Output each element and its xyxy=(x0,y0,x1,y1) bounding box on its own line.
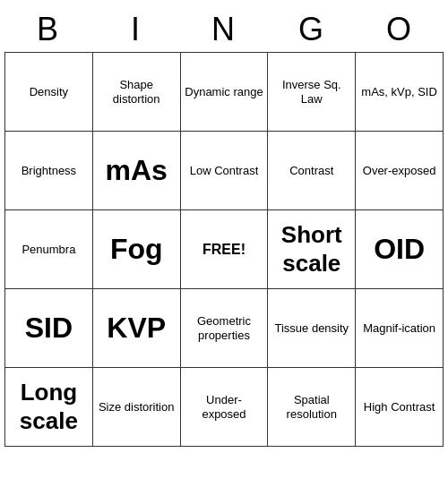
cell-r4-c0: Long scale xyxy=(5,368,93,447)
header-letter: I xyxy=(92,7,180,52)
cell-text: OID xyxy=(374,232,425,266)
cell-text: Size distorition xyxy=(99,400,175,414)
header-letter: O xyxy=(356,7,444,52)
cell-text: SID xyxy=(25,311,73,345)
cell-text: mAs xyxy=(106,153,168,187)
cell-r4-c1: Size distorition xyxy=(93,368,181,447)
cell-text: mAs, kVp, SID xyxy=(361,85,437,99)
cell-r3-c1: KVP xyxy=(93,289,181,368)
cell-text: High Contrast xyxy=(364,400,435,414)
cell-r4-c4: High Contrast xyxy=(356,368,444,447)
cell-text: Long scale xyxy=(9,379,89,434)
cell-text: Geometric properties xyxy=(185,314,264,342)
cell-r2-c1: Fog xyxy=(93,210,181,289)
cell-text: Short scale xyxy=(271,221,351,277)
cell-text: Magnif-ication xyxy=(363,321,435,336)
header-letter: B xyxy=(4,7,92,52)
cell-text: Density xyxy=(30,85,68,99)
bingo-header: BINGO xyxy=(4,7,444,52)
cell-r2-c3: Short scale xyxy=(268,210,356,289)
cell-text: Over-exposed xyxy=(363,164,436,178)
cell-text: Fog xyxy=(110,232,163,266)
cell-text: Low Contrast xyxy=(190,164,259,178)
cell-text: Spatial resolution xyxy=(271,393,351,421)
cell-text: Inverse Sq. Law xyxy=(271,78,351,106)
cell-r1-c1: mAs xyxy=(93,132,181,210)
cell-text: Contrast xyxy=(289,164,333,178)
cell-r4-c2: Under-exposed xyxy=(181,368,269,447)
cell-r0-c3: Inverse Sq. Law xyxy=(268,53,356,132)
cell-r1-c4: Over-exposed xyxy=(356,132,444,210)
cell-r3-c0: SID xyxy=(5,289,93,368)
cell-r2-c4: OID xyxy=(356,210,444,289)
cell-text: Brightness xyxy=(22,164,76,178)
header-letter: N xyxy=(180,7,268,52)
cell-r1-c0: Brightness xyxy=(5,132,93,210)
bingo-card: BINGO DensityShape distortionDynamic ran… xyxy=(4,7,444,447)
cell-r0-c2: Dynamic range xyxy=(181,53,269,132)
cell-text: Dynamic range xyxy=(185,85,263,99)
header-letter: G xyxy=(268,7,356,52)
cell-r2-c2: FREE! xyxy=(181,210,269,289)
cell-text: Tissue density xyxy=(274,321,349,336)
cell-text: KVP xyxy=(107,311,166,345)
cell-text: Penumbra xyxy=(22,243,75,257)
cell-r4-c3: Spatial resolution xyxy=(268,368,356,447)
cell-r3-c4: Magnif-ication xyxy=(356,289,444,368)
cell-text: Shape distortion xyxy=(97,78,177,106)
cell-r1-c3: Contrast xyxy=(268,132,356,210)
cell-r1-c2: Low Contrast xyxy=(181,132,269,210)
cell-text: FREE! xyxy=(202,241,246,258)
cell-r0-c1: Shape distortion xyxy=(93,53,181,132)
cell-text: Under-exposed xyxy=(185,393,264,421)
cell-r0-c4: mAs, kVp, SID xyxy=(356,53,444,132)
cell-r3-c2: Geometric properties xyxy=(181,289,269,368)
cell-r0-c0: Density xyxy=(5,53,93,132)
cell-r2-c0: Penumbra xyxy=(5,210,93,289)
bingo-grid: DensityShape distortionDynamic rangeInve… xyxy=(4,52,444,447)
cell-r3-c3: Tissue density xyxy=(268,289,356,368)
